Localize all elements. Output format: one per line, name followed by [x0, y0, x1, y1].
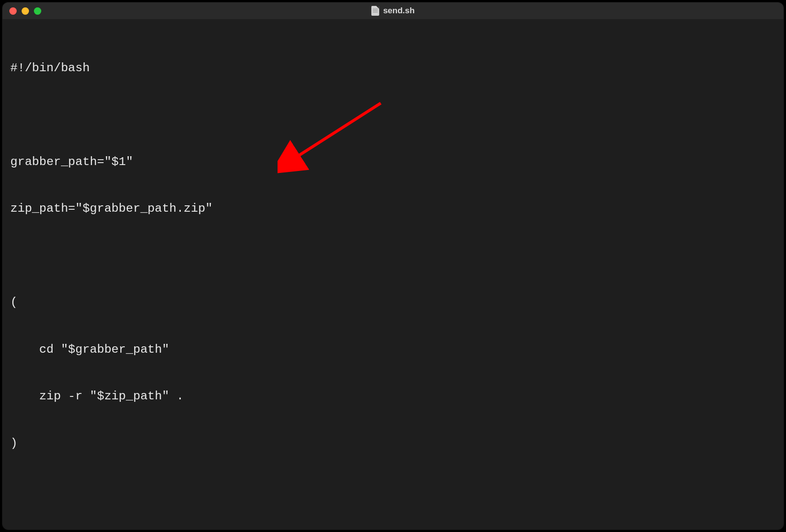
close-button[interactable] [9, 7, 17, 15]
file-icon [371, 6, 379, 16]
title-center: send.sh [371, 6, 415, 16]
code-line [10, 107, 776, 123]
traffic-lights [9, 7, 41, 15]
code-line: grabber_path="$1" [10, 154, 776, 170]
maximize-button[interactable] [34, 7, 41, 15]
code-line [10, 248, 776, 264]
code-editor[interactable]: #!/bin/bash grabber_path="$1" zip_path="… [2, 19, 784, 530]
code-line: ( [10, 295, 776, 310]
code-line [10, 482, 776, 498]
code-line: zip_path="$grabber_path.zip" [10, 201, 776, 217]
scrollbar[interactable] [776, 19, 784, 530]
code-line: cd "$grabber_path" [10, 342, 776, 358]
window-title: send.sh [383, 6, 415, 16]
titlebar[interactable]: send.sh [2, 2, 784, 19]
editor-window: send.sh #!/bin/bash grabber_path="$1" zi… [2, 2, 784, 530]
code-line: #!/bin/bash [10, 60, 776, 76]
minimize-button[interactable] [22, 7, 29, 15]
code-line: zip -r "$zip_path" . [10, 389, 776, 404]
code-line: ) [10, 436, 776, 451]
